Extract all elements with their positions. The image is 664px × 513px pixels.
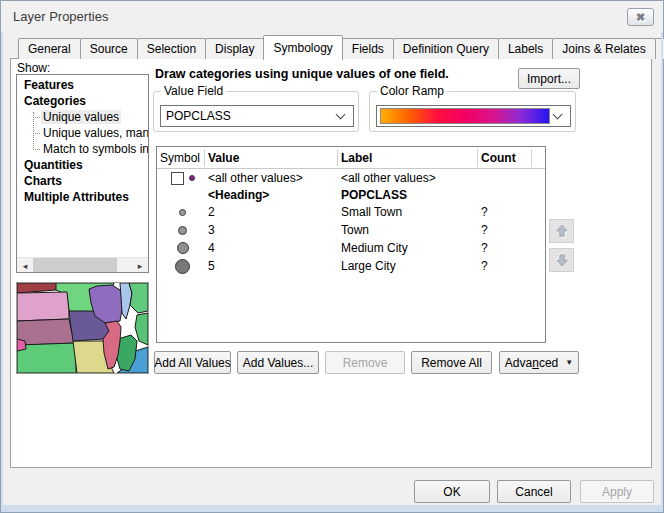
value-cell: 3 xyxy=(205,223,338,237)
scrollbar-thumb[interactable] xyxy=(33,258,117,273)
tab-labels[interactable]: Labels xyxy=(498,38,553,59)
sidebar-item-label: Match to symbols in a xyxy=(41,142,148,156)
column-header-symbol[interactable]: Symbol xyxy=(157,149,205,167)
symbol-dot-icon xyxy=(175,259,190,274)
tab-joins-relates[interactable]: Joins & Relates xyxy=(552,38,655,59)
tree-horizontal-scrollbar[interactable]: ◂ ▸ xyxy=(17,257,148,272)
window-title: Layer Properties xyxy=(13,9,108,24)
symbol-cell[interactable] xyxy=(157,226,205,235)
scroll-right-icon[interactable]: ▸ xyxy=(132,258,148,273)
window-frame xyxy=(1,505,663,512)
method-description: Draw categories using unique values of o… xyxy=(155,67,449,81)
tab-selection[interactable]: Selection xyxy=(137,38,206,59)
table-row[interactable]: <all other values><all other values> xyxy=(157,169,545,187)
column-header-value[interactable]: Value xyxy=(205,149,338,167)
tab-definition-query[interactable]: Definition Query xyxy=(393,38,499,59)
all-other-values-checkbox[interactable] xyxy=(171,172,184,185)
color-ramp-label: Color Ramp xyxy=(377,84,447,98)
ok-button[interactable]: OK xyxy=(414,480,490,503)
close-icon[interactable]: ✖ xyxy=(627,8,654,26)
table-row[interactable]: 2Small Town? xyxy=(157,203,545,221)
tree-branch xyxy=(33,117,40,118)
sidebar-item-unique-values-many[interactable]: Unique values, many xyxy=(17,125,148,141)
map-region-ohio-edge xyxy=(135,313,148,345)
map-region-west-sliver xyxy=(17,339,26,351)
symbol-dot-icon xyxy=(179,209,186,216)
table-row[interactable]: 4Medium City? xyxy=(157,239,545,257)
label-cell: <all other values> xyxy=(338,171,478,185)
sidebar-item-multiple-attributes[interactable]: Multiple Attributes xyxy=(17,189,148,205)
count-cell: ? xyxy=(478,259,532,273)
tree-branch xyxy=(33,149,40,150)
show-tree-items: FeaturesCategoriesUnique valuesUnique va… xyxy=(17,77,148,205)
column-header-label[interactable]: Label xyxy=(338,149,478,167)
sidebar-item-label: Unique values xyxy=(41,110,121,124)
value-cell: 4 xyxy=(205,241,338,255)
sidebar-item-label: Charts xyxy=(24,174,62,188)
remove-all-button[interactable]: Remove All xyxy=(411,351,492,374)
sidebar-item-charts[interactable]: Charts xyxy=(17,173,148,189)
label-cell: Medium City xyxy=(338,241,478,255)
show-label: Show: xyxy=(17,61,50,75)
sidebar-item-match-to-symbols-in-a[interactable]: Match to symbols in a xyxy=(17,141,148,157)
table-row[interactable]: 3Town? xyxy=(157,221,545,239)
value-field-combobox[interactable]: POPCLASS xyxy=(160,105,354,127)
add-all-values-button[interactable]: Add All Values xyxy=(154,351,231,374)
value-field-group: Value Field POPCLASS xyxy=(153,91,359,132)
tab-general[interactable]: General xyxy=(18,38,81,59)
color-ramp-combobox[interactable] xyxy=(376,105,571,127)
chevron-down-icon xyxy=(336,109,346,119)
symbol-dot-icon xyxy=(189,175,195,181)
tab-symbology[interactable]: Symbology xyxy=(263,35,342,60)
label-cell: Small Town xyxy=(338,205,478,219)
map-region-north-dakota xyxy=(17,283,57,293)
tab-display[interactable]: Display xyxy=(205,38,264,59)
window-frame xyxy=(1,32,3,512)
map-region-michigan xyxy=(129,283,148,313)
tree-branch xyxy=(33,133,40,134)
count-cell: ? xyxy=(478,205,532,219)
move-up-button[interactable] xyxy=(549,219,574,243)
apply-button[interactable]: Apply xyxy=(580,480,654,503)
symbol-dot-icon xyxy=(178,226,187,235)
symbol-cell[interactable] xyxy=(157,259,205,274)
sidebar-item-label: Features xyxy=(24,78,74,92)
tree-branch-line xyxy=(33,112,34,150)
symbol-cell[interactable] xyxy=(157,172,205,185)
column-header-count[interactable]: Count xyxy=(478,149,532,167)
value-cell: <all other values> xyxy=(205,171,338,185)
tab-fields[interactable]: Fields xyxy=(342,38,394,59)
sidebar-item-quantities[interactable]: Quantities xyxy=(17,157,148,173)
map-preview xyxy=(16,282,149,374)
color-ramp-swatch xyxy=(380,108,550,124)
import-button[interactable]: Import... xyxy=(518,68,580,89)
map-preview-svg xyxy=(17,283,148,373)
sidebar-item-categories[interactable]: Categories xyxy=(17,93,148,109)
dropdown-arrow-icon: ▼ xyxy=(565,358,573,367)
cancel-button[interactable]: Cancel xyxy=(497,480,571,503)
remove-button[interactable]: Remove xyxy=(325,351,405,374)
sidebar-item-unique-values[interactable]: Unique values xyxy=(17,109,148,125)
map-region-south-dakota xyxy=(17,292,69,321)
sidebar-item-label: Multiple Attributes xyxy=(24,190,129,204)
symbol-cell[interactable] xyxy=(157,209,205,216)
table-row[interactable]: <Heading>POPCLASS xyxy=(157,187,545,203)
values-table-header: SymbolValueLabelCount xyxy=(157,147,545,169)
column-header-filler xyxy=(532,149,545,167)
table-row[interactable]: 5Large City? xyxy=(157,257,545,275)
symbol-cell[interactable] xyxy=(157,242,205,254)
sidebar-item-features[interactable]: Features xyxy=(17,77,148,93)
move-down-button[interactable] xyxy=(549,248,574,272)
tab-source[interactable]: Source xyxy=(80,38,138,59)
show-tree: FeaturesCategoriesUnique valuesUnique va… xyxy=(16,74,149,273)
value-cell: 5 xyxy=(205,259,338,273)
sidebar-item-label: Unique values, many xyxy=(41,126,148,140)
scroll-left-icon[interactable]: ◂ xyxy=(17,258,33,273)
window-frame xyxy=(661,32,663,512)
advanced-button[interactable]: Advanced▼ xyxy=(499,351,579,374)
value-cell: 2 xyxy=(205,205,338,219)
add-values-button[interactable]: Add Values... xyxy=(237,351,319,374)
label-cell: Large City xyxy=(338,259,478,273)
color-ramp-group: Color Ramp xyxy=(369,91,576,132)
tab-bar: GeneralSourceSelectionDisplaySymbologyFi… xyxy=(18,35,664,59)
